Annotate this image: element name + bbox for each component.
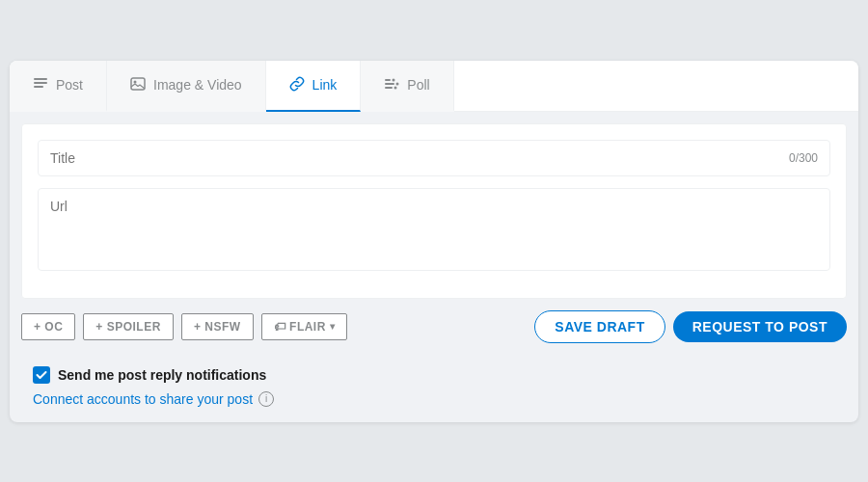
tab-image-video-label: Image & Video [153, 77, 242, 93]
svg-rect-5 [385, 79, 391, 81]
main-container: Post Image & Video Link [10, 61, 858, 422]
tab-link[interactable]: Link [266, 61, 362, 112]
connect-label: Connect accounts to share your post [33, 391, 253, 407]
tab-poll[interactable]: Poll [361, 61, 453, 112]
info-icon: i [258, 391, 274, 407]
url-input[interactable] [50, 199, 818, 256]
oc-button[interactable]: + OC [21, 313, 75, 340]
post-icon [33, 76, 48, 94]
svg-rect-2 [34, 86, 43, 88]
title-input[interactable] [50, 150, 781, 166]
notification-label: Send me post reply notifications [58, 367, 266, 383]
title-field: 0/300 [38, 140, 830, 176]
tab-link-label: Link [312, 77, 338, 93]
svg-point-9 [396, 82, 399, 85]
flair-label: FLAIR [289, 320, 326, 334]
tag-icon: 🏷 [274, 320, 286, 334]
svg-point-8 [393, 78, 395, 81]
image-icon [130, 76, 146, 94]
notification-checkbox[interactable] [33, 366, 50, 384]
content-area: 0/300 [21, 123, 847, 299]
tab-image-video[interactable]: Image & Video [107, 61, 266, 112]
toolbar: + OC + SPOILER + NSFW 🏷 FLAIR ▾ SAVE DRA… [21, 310, 847, 343]
tab-post[interactable]: Post [10, 61, 107, 112]
request-to-post-button[interactable]: REQUEST TO POST [673, 311, 847, 342]
link-icon [289, 76, 305, 94]
tab-poll-label: Poll [407, 77, 429, 93]
save-draft-button[interactable]: SAVE DRAFT [534, 310, 665, 343]
chevron-down-icon: ▾ [330, 321, 336, 332]
footer: Send me post reply notifications Connect… [10, 355, 858, 422]
svg-rect-6 [385, 83, 394, 85]
url-field [38, 188, 830, 271]
svg-point-10 [394, 86, 397, 89]
svg-rect-7 [385, 87, 393, 89]
svg-rect-1 [34, 82, 47, 84]
connect-accounts-link[interactable]: Connect accounts to share your post i [33, 391, 835, 407]
title-counter: 0/300 [789, 151, 818, 165]
svg-rect-0 [34, 78, 47, 80]
poll-icon [384, 76, 399, 94]
tab-bar: Post Image & Video Link [10, 61, 858, 112]
spoiler-button[interactable]: + SPOILER [83, 313, 174, 340]
flair-button[interactable]: 🏷 FLAIR ▾ [261, 313, 348, 340]
notification-row: Send me post reply notifications [33, 366, 835, 384]
tab-post-label: Post [56, 77, 83, 93]
svg-rect-3 [131, 78, 145, 90]
nsfw-button[interactable]: + NSFW [181, 313, 254, 340]
svg-point-4 [134, 80, 137, 83]
